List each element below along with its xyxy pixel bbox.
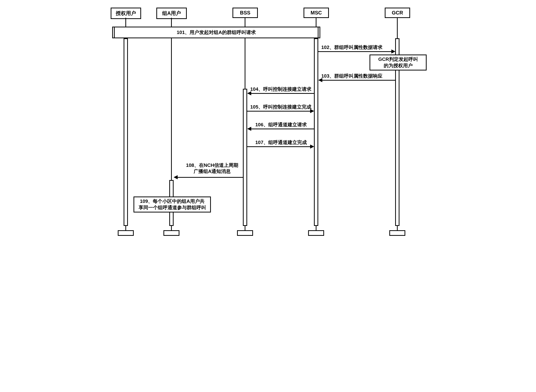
actor-gcr: GCR (385, 8, 410, 18)
activation-msc (314, 38, 318, 226)
activation-msc-101 (318, 27, 320, 38)
activation-authuser (124, 38, 128, 226)
msg-108-l2: 广播组A通知消息 (180, 168, 244, 174)
note-gcr-line1: GCR判定发起呼叫 (372, 56, 424, 63)
actor-group-a-user: 组A用户 (156, 8, 187, 19)
foot-bss (237, 230, 253, 236)
arrow-102 (318, 51, 392, 52)
arrow-104 (250, 93, 314, 94)
arrow-107-head (310, 145, 314, 149)
msg-102-label: 102、群组呼叫属性数据请求 (321, 44, 382, 50)
msg-104-label: 104、呼叫控制连接建立请求 (250, 86, 311, 92)
foot-group-a-user (163, 230, 179, 236)
actor-auth-user: 授权用户 (111, 8, 141, 19)
msg-103-label: 103、群组呼叫属性数据响应 (321, 73, 382, 79)
arrow-104-head (247, 91, 251, 95)
arrow-106 (250, 129, 314, 129)
arrow-102-head (391, 49, 395, 54)
note-109: 109、每个小区中的组A用户共 享同一个组呼通道参与群组呼叫 (133, 197, 211, 212)
note-gcr-line2: 的为授权用户 (372, 63, 424, 69)
note-109-l1: 109、每个小区中的组A用户共 (136, 198, 209, 205)
fragment-101: 101、用户发起对组A的群组呼叫请求 (113, 27, 319, 38)
actor-bss: BSS (232, 8, 258, 18)
arrow-105 (247, 111, 311, 112)
activation-authuser-101 (112, 27, 115, 38)
arrow-108 (177, 177, 243, 178)
arrow-106-head (247, 127, 251, 131)
msg-108-label: 108、在NCH信道上周期 广播组A通知消息 (180, 162, 244, 174)
foot-auth-user (118, 230, 134, 236)
activation-bss (243, 89, 247, 226)
msg-105-label: 105、呼叫控制连接建立完成 (250, 104, 311, 110)
foot-msc (308, 230, 324, 236)
msg-101-label: 101、用户发起对组A的群组呼叫请求 (177, 29, 256, 36)
arrow-103 (321, 80, 395, 81)
msg-108-l1: 108、在NCH信道上周期 (180, 162, 244, 168)
actor-msc: MSC (304, 8, 329, 18)
msg-107-label: 107、组呼通道建立完成 (255, 139, 307, 146)
arrow-105-head (310, 109, 314, 113)
msg-106-label: 106、组呼通道建立请求 (255, 122, 307, 128)
arrow-108-head (174, 175, 178, 179)
arrow-103-head (318, 78, 322, 82)
foot-gcr (389, 230, 405, 236)
note-gcr-auth: GCR判定发起呼叫 的为授权用户 (370, 55, 427, 70)
note-109-l2: 享同一个组呼通道参与群组呼叫 (136, 205, 209, 211)
sequence-diagram: 授权用户 组A用户 BSS MSC GCR 101、用户发起对组A的群组呼叫请求… (106, 5, 430, 238)
arrow-107 (247, 146, 311, 147)
